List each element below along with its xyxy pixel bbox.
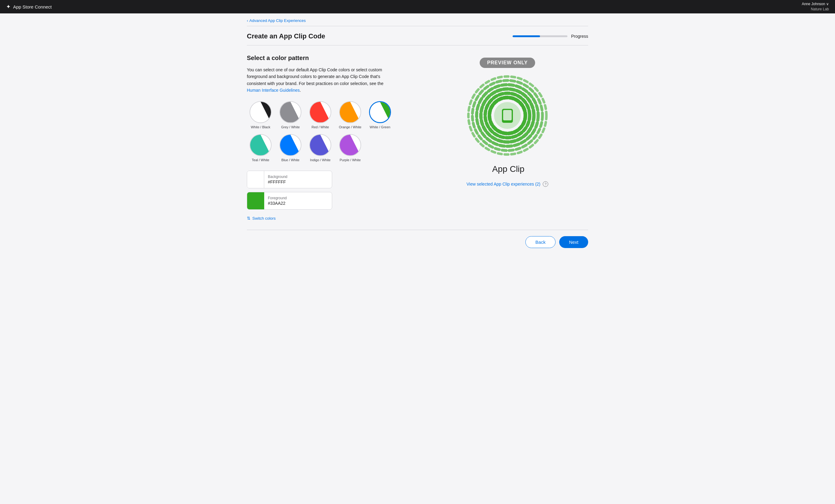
view-experiences-link[interactable]: View selected App Clip experiences (2)	[467, 182, 541, 186]
color-option-purple-white[interactable]: Purple / White	[337, 134, 364, 162]
progress-bar-bg	[513, 35, 567, 37]
switch-colors-button[interactable]: ⇅ Switch colors	[247, 216, 276, 221]
foreground-input-info: Foreground #33AA22	[264, 194, 332, 208]
color-swatch-blue-white[interactable]	[280, 134, 301, 156]
store-icon: ✦	[6, 3, 11, 10]
color-swatch-red-white[interactable]	[309, 101, 331, 123]
foreground-input-row[interactable]: Foreground #33AA22	[247, 192, 332, 210]
switch-icon: ⇅	[247, 216, 250, 221]
color-grid: White / Black Grey / White R	[247, 101, 408, 162]
background-input-info: Background #FFFFFF	[264, 172, 332, 187]
right-panel: PREVIEW ONLY	[427, 55, 588, 221]
color-inputs: Background #FFFFFF Foreground #33AA22	[247, 170, 408, 210]
app-clip-code-visual	[465, 73, 550, 158]
section-description: You can select one of our default App Cl…	[247, 66, 393, 94]
color-swatch-purple-white[interactable]	[339, 134, 361, 156]
color-option-teal-white[interactable]: Teal / White	[247, 134, 274, 162]
color-label-orange-white: Orange / White	[339, 125, 362, 129]
svg-rect-9	[505, 121, 510, 122]
left-panel: Select a color pattern You can select on…	[247, 55, 408, 221]
color-option-grey-white[interactable]: Grey / White	[277, 101, 304, 129]
color-option-white-black[interactable]: White / Black	[247, 101, 274, 129]
breadcrumb-row: ‹ Advanced App Clip Experiences	[247, 14, 588, 26]
switch-colors-label: Switch colors	[252, 216, 276, 221]
topbar: ✦ App Store Connect Anne Johnson ∨ Natur…	[0, 0, 835, 14]
color-swatch-orange-white[interactable]	[339, 101, 361, 123]
breadcrumb-label: Advanced App Clip Experiences	[249, 18, 306, 23]
app-clip-label: App Clip	[490, 164, 525, 174]
app-name: App Store Connect	[13, 4, 52, 9]
color-label-indigo-white: Indigo / White	[310, 158, 330, 162]
user-name[interactable]: Anne Johnson ∨	[802, 1, 829, 7]
svg-rect-8	[503, 110, 512, 120]
preview-badge: PREVIEW ONLY	[480, 58, 535, 68]
color-label-purple-white: Purple / White	[340, 158, 361, 162]
color-swatch-indigo-white[interactable]	[309, 134, 331, 156]
color-option-blue-white[interactable]: Blue / White	[277, 134, 304, 162]
color-label-white-green: White / Green	[370, 125, 390, 129]
foreground-value[interactable]: #33AA22	[268, 201, 328, 206]
color-label-blue-white: Blue / White	[281, 158, 299, 162]
page-header: Create an App Clip Code Progress	[247, 26, 588, 45]
progress-label: Progress	[571, 34, 588, 39]
color-swatch-white-green[interactable]	[369, 101, 391, 123]
color-option-red-white[interactable]: Red / White	[307, 101, 334, 129]
help-icon-label: ?	[545, 182, 546, 186]
background-sublabel: Background	[268, 175, 328, 179]
next-button[interactable]: Next	[559, 236, 588, 248]
color-swatch-teal-white[interactable]	[250, 134, 271, 156]
main-content: Select a color pattern You can select on…	[247, 45, 588, 230]
color-label-red-white: Red / White	[311, 125, 329, 129]
color-option-indigo-white[interactable]: Indigo / White	[307, 134, 334, 162]
background-value[interactable]: #FFFFFF	[268, 180, 328, 184]
help-icon[interactable]: ?	[543, 181, 548, 187]
topbar-logo: ✦ App Store Connect	[6, 3, 52, 10]
breadcrumb-link[interactable]: ‹ Advanced App Clip Experiences	[247, 18, 588, 23]
background-preview	[247, 171, 264, 188]
color-option-orange-white[interactable]: Orange / White	[337, 101, 364, 129]
progress-bar-fill	[513, 35, 540, 37]
color-swatch-grey-white[interactable]	[280, 101, 301, 123]
background-input-row[interactable]: Background #FFFFFF	[247, 170, 332, 188]
back-button[interactable]: Back	[525, 236, 555, 248]
foreground-preview	[247, 192, 264, 209]
org-name: Nature Lab	[811, 7, 829, 12]
color-label-white-black: White / Black	[251, 125, 270, 129]
app-clip-text: App Clip	[492, 164, 525, 174]
progress-section: Progress	[513, 34, 588, 39]
color-label-grey-white: Grey / White	[281, 125, 300, 129]
hig-link[interactable]: Human Interface Guidelines	[247, 88, 300, 93]
color-swatch-white-black[interactable]	[250, 101, 271, 123]
chevron-left-icon: ‹	[247, 18, 248, 23]
page-title: Create an App Clip Code	[247, 32, 325, 40]
page-footer: Back Next	[247, 230, 588, 254]
section-title: Select a color pattern	[247, 55, 408, 62]
color-label-teal-white: Teal / White	[252, 158, 269, 162]
topbar-user: Anne Johnson ∨ Nature Lab	[802, 1, 829, 12]
view-experiences: View selected App Clip experiences (2) ?	[467, 181, 549, 187]
foreground-sublabel: Foreground	[268, 196, 328, 200]
color-option-white-green[interactable]: White / Green	[366, 101, 394, 129]
